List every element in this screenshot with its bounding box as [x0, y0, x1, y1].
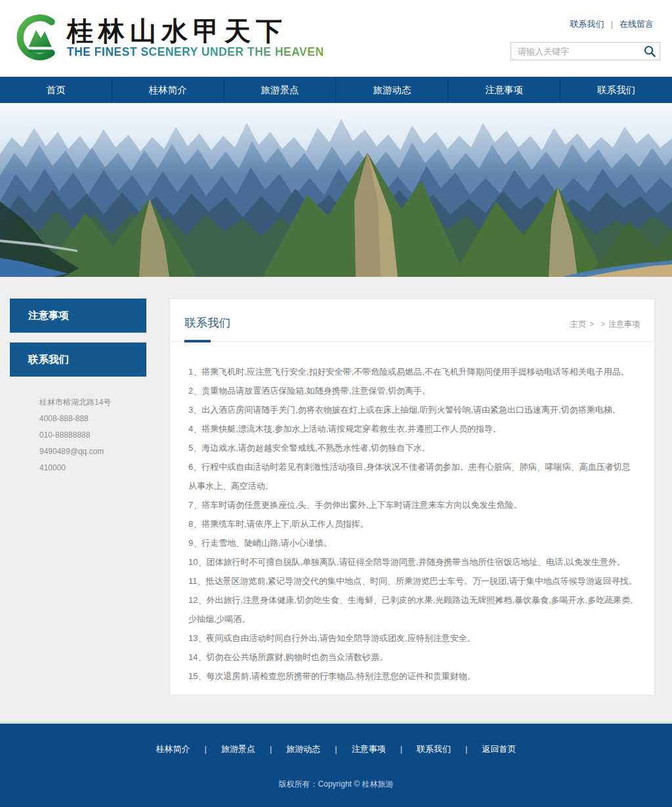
- notice-item: 15、每次退房前,请检查您所携带的行李物品,特别注意您的证件和贵重财物。: [188, 667, 637, 686]
- site-subtitle: THE FINEST SCENERY UNDER THE HEAVEN: [67, 45, 324, 59]
- footer-separator: |: [270, 744, 272, 754]
- footer-link-notice[interactable]: 注意事项: [352, 744, 386, 754]
- notice-item: 11、抵达景区游览前,紧记导游交代的集中地点、时间、所乘游览巴士车号。万一脱团,…: [188, 571, 637, 590]
- top-link-contact[interactable]: 联系我们: [570, 19, 604, 29]
- notice-item: 8、搭乘缆车时,请依序上下,听从工作人员指挥。: [188, 514, 637, 533]
- breadcrumb-home[interactable]: 主页: [570, 320, 586, 329]
- contact-address: 桂林市榕湖北路14号: [39, 394, 146, 411]
- page-header: 桂林山水甲天下 THE FINEST SCENERY UNDER THE HEA…: [0, 0, 672, 77]
- search-icon: [643, 45, 656, 58]
- notice-item: 5、海边戏水,请勿超越安全警戒线,不熟悉水性者,切勿独自下水。: [188, 438, 637, 457]
- nav-item-intro[interactable]: 桂林简介: [112, 77, 224, 103]
- nav-item-contact[interactable]: 联系我们: [560, 77, 672, 103]
- notice-item: 2、贵重物品请放置酒店保险箱,如随身携带,注意保管,切勿离手。: [188, 381, 637, 400]
- notice-item: 7、搭车时请勿任意更换座位,头、手勿伸出窗外,上下车时请注意来车方向以免发生危险…: [188, 495, 637, 514]
- notice-item: 13、夜间或自由活动时间自行外出,请告知全陪导游或团友,应特别注意安全。: [188, 629, 637, 648]
- breadcrumb-current: 注意事项: [608, 320, 640, 329]
- contact-phone-1: 4008-888-888: [39, 411, 146, 427]
- sidebar-contact-info: 桂林市榕湖北路14号 4008-888-888 010-88888888 949…: [10, 386, 146, 476]
- notice-list: 1、搭乘飞机时,应注意飞行安全,扣好安全带,不带危险或易燃品,不在飞机升降期间使…: [170, 341, 654, 686]
- nav-item-notice[interactable]: 注意事项: [448, 77, 560, 103]
- footer-separator: |: [465, 744, 467, 754]
- footer-links: 桂林简介|旅游景点|旅游动态|注意事项|联系我们|返回首页: [0, 724, 672, 755]
- notice-item: 1、搭乘飞机时,应注意飞行安全,扣好安全带,不带危险或易燃品,不在飞机升降期间使…: [188, 362, 637, 381]
- search-box: [511, 42, 660, 60]
- footer-separator: |: [335, 744, 337, 754]
- breadcrumb-sep-1: >: [589, 320, 594, 329]
- footer-link-spots[interactable]: 旅游景点: [221, 744, 255, 754]
- content-card: 联系我们 主页>>注意事项 1、搭乘飞机时,应注意飞行安全,扣好安全带,不带危险…: [169, 299, 655, 695]
- sidebar: 注意事项 联系我们 桂林市榕湖北路14号 4008-888-888 010-88…: [10, 299, 146, 476]
- contact-email: 9490489@qq.com: [39, 444, 146, 460]
- notice-item: 10、团体旅行时不可擅自脱队,单独离队,请征得全陪导游同意,并随身携带当地所住宿…: [188, 552, 637, 571]
- main-nav: 首页 桂林简介 旅游景点 旅游动态 注意事项 联系我们: [0, 77, 672, 103]
- sidebar-item-notice[interactable]: 注意事项: [10, 299, 146, 333]
- footer-separator: |: [400, 744, 402, 754]
- main-area: 注意事项 联系我们 桂林市榕湖北路14号 4008-888-888 010-88…: [0, 277, 672, 722]
- breadcrumb-sep-2: >: [600, 320, 605, 329]
- nav-item-spots[interactable]: 旅游景点: [224, 77, 337, 103]
- notice-item: 12、外出旅行,注意身体健康,切勿吃生食、生海鲜、已剥皮的水果,光顾路边无牌照摊…: [188, 590, 637, 629]
- footer-link-back-home[interactable]: 返回首页: [482, 744, 516, 754]
- notice-item: 9、行走雪地、陡峭山路,请小心谨慎。: [188, 533, 637, 552]
- sidebar-item-contact[interactable]: 联系我们: [10, 342, 146, 377]
- logo[interactable]: 桂林山水甲天下 THE FINEST SCENERY UNDER THE HEA…: [13, 13, 324, 62]
- footer-link-news[interactable]: 旅游动态: [286, 744, 320, 754]
- site-title: 桂林山水甲天下: [67, 16, 324, 45]
- breadcrumb: 主页>>注意事项: [570, 319, 640, 330]
- footer-separator: |: [205, 744, 207, 754]
- search-button[interactable]: [640, 43, 660, 60]
- header-divider: [170, 341, 654, 342]
- notice-item: 14、切勿在公共场所露财,购物时也勿当众清数钞票。: [188, 648, 637, 667]
- nav-item-home[interactable]: 首页: [0, 77, 112, 103]
- search-input[interactable]: [511, 47, 640, 56]
- contact-phone-2: 010-88888888: [39, 427, 146, 444]
- top-links: 联系我们|在线留言: [511, 18, 660, 30]
- title-accent-bar: [184, 340, 211, 342]
- notice-item: 3、出入酒店房间请随手关门,勿将衣物披在灯上或在床上抽烟,听到火警铃响,请由紧急…: [188, 400, 637, 419]
- page-title: 联系我们: [184, 315, 230, 331]
- top-link-guestbook[interactable]: 在线留言: [620, 19, 654, 29]
- top-links-separator: |: [611, 19, 613, 29]
- footer-link-intro[interactable]: 桂林简介: [156, 744, 190, 754]
- hero-image: [0, 103, 672, 277]
- footer-link-contact[interactable]: 联系我们: [417, 744, 451, 754]
- logo-mountain-icon: [13, 13, 62, 62]
- contact-postcode: 410000: [39, 460, 146, 476]
- copyright-text: 版权所有：Copyright © 桂林旅游: [0, 779, 672, 790]
- nav-item-news[interactable]: 旅游动态: [336, 77, 448, 103]
- notice-item: 6、行程中或自由活动时若见有刺激性活动项目,身体状况不佳者请勿参加。患有心脏病、…: [188, 457, 637, 495]
- content-header: 联系我们 主页>>注意事项: [170, 299, 654, 341]
- page-footer: 桂林简介|旅游景点|旅游动态|注意事项|联系我们|返回首页 版权所有：Copyr…: [0, 722, 672, 807]
- notice-item: 4、搭乘快艇,漂流木筏,参加水上活动,请按规定穿着救生衣,并遵照工作人员的指导。: [188, 419, 637, 438]
